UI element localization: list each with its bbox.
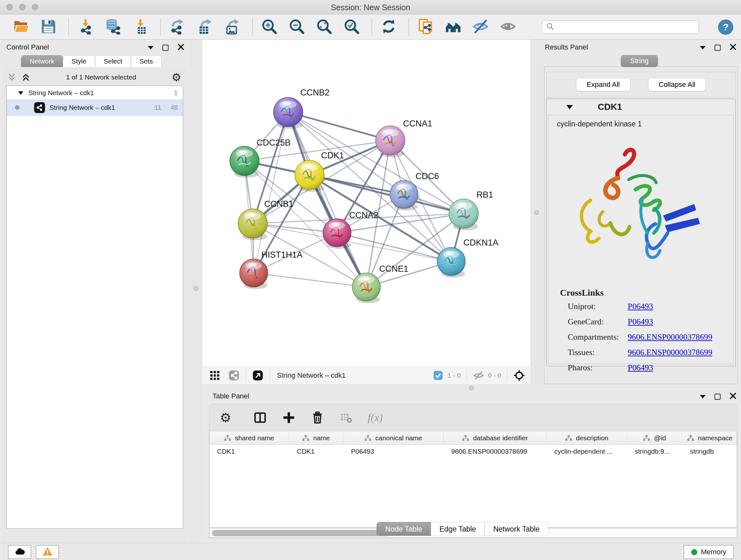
- network-edge[interactable]: [288, 112, 366, 287]
- crosslink-genecard-link[interactable]: P06493: [628, 317, 653, 327]
- search-field[interactable]: [542, 20, 699, 34]
- show-hidden-button[interactable]: [498, 17, 518, 37]
- cell-namespace[interactable]: stringdb: [682, 445, 737, 458]
- export-image-button[interactable]: [223, 17, 242, 37]
- panel-float-icon[interactable]: [715, 394, 721, 400]
- birdseye-crosshair-icon[interactable]: [513, 369, 525, 381]
- column-header-id[interactable]: @id: [627, 431, 682, 444]
- detach-view-icon[interactable]: [252, 369, 264, 381]
- warnings-button[interactable]: [36, 545, 59, 559]
- column-header-database-identifier[interactable]: database identifier: [444, 431, 547, 444]
- zoom-fit-button[interactable]: [315, 17, 334, 37]
- function-builder-icon[interactable]: f(x): [367, 412, 383, 424]
- section-collapse-icon[interactable]: [566, 105, 573, 109]
- hidden-eye-slash-icon[interactable]: [473, 369, 485, 381]
- panel-close-icon[interactable]: [178, 44, 185, 52]
- copy-style-button[interactable]: [416, 17, 435, 37]
- column-header-shared-name[interactable]: shared name: [209, 431, 289, 444]
- tab-network[interactable]: Network: [21, 55, 63, 67]
- network-node-cdc25b[interactable]: [230, 146, 259, 178]
- import-network-button[interactable]: [76, 17, 95, 37]
- node-table[interactable]: shared name name canonical name database…: [209, 431, 737, 528]
- network-node-cdc6[interactable]: [390, 180, 418, 210]
- panel-float-icon[interactable]: [715, 45, 721, 51]
- cell-database-identifier[interactable]: 9606.ENSP00000378699: [444, 445, 547, 458]
- network-view-share-icon[interactable]: [228, 369, 240, 381]
- add-column-plus-icon[interactable]: [281, 410, 296, 425]
- scrollbar-thumb[interactable]: [212, 530, 391, 537]
- network-canvas[interactable]: CCNB2CCNA1CDC25BCDK1CDC6RB1CCNB1CCNA2CDK…: [202, 42, 530, 367]
- expand-all-button[interactable]: Expand All: [576, 78, 630, 91]
- grid-view-icon[interactable]: [209, 369, 221, 381]
- collection-expand-icon[interactable]: [18, 91, 23, 95]
- collapse-all-button[interactable]: Collapse All: [648, 78, 706, 91]
- network-node-ccna1[interactable]: [376, 126, 405, 157]
- cell-name[interactable]: CDK1: [289, 445, 343, 458]
- splitter-handle[interactable]: [193, 286, 198, 291]
- network-node-hist1h1a[interactable]: [240, 259, 268, 289]
- network-edge[interactable]: [310, 175, 464, 213]
- network-options-gear-icon[interactable]: ⚙: [172, 72, 181, 83]
- column-header-namespace[interactable]: namespace: [682, 431, 737, 444]
- app-store-button[interactable]: [8, 545, 31, 559]
- expand-all-networks-icon[interactable]: [21, 72, 30, 82]
- table-options-gear-icon[interactable]: ⚙: [218, 410, 233, 425]
- crosslink-tissues-link[interactable]: 9606.ENSP00000378699: [628, 348, 712, 357]
- protein-section-header[interactable]: CDK1: [547, 99, 735, 115]
- search-input[interactable]: [557, 23, 698, 31]
- import-network-database-button[interactable]: [104, 17, 123, 37]
- memory-button[interactable]: Memory: [684, 545, 734, 559]
- selected-checkbox-icon[interactable]: [432, 369, 444, 381]
- import-table-button[interactable]: [131, 17, 150, 37]
- crosslink-compartments-link[interactable]: 9606.ENSP00000378699: [628, 332, 712, 342]
- left-splitter[interactable]: [190, 40, 202, 543]
- horizontal-splitter-handle[interactable]: [469, 386, 474, 390]
- network-collection-row[interactable]: String Network – cdk1 1: [7, 86, 183, 99]
- panel-float-icon[interactable]: [162, 45, 169, 51]
- network-node-ccnb1[interactable]: [238, 209, 267, 240]
- open-session-button[interactable]: [11, 17, 30, 37]
- splitter-handle[interactable]: [534, 210, 539, 215]
- delete-column-trash-icon[interactable]: [310, 410, 325, 425]
- network-node-cdk1[interactable]: [295, 160, 324, 192]
- tab-node-table[interactable]: Node Table: [377, 522, 431, 536]
- refresh-button[interactable]: [379, 17, 398, 37]
- save-session-button[interactable]: [39, 17, 58, 37]
- network-edge[interactable]: [254, 273, 366, 287]
- crosslink-pharos-link[interactable]: P06493: [628, 363, 653, 373]
- panel-close-icon[interactable]: [730, 392, 737, 401]
- cell-description[interactable]: cyclin-dependent ...: [547, 445, 627, 458]
- cell-canonical-name[interactable]: P06493: [343, 445, 444, 458]
- export-network-button[interactable]: [168, 17, 187, 37]
- delete-table-icon[interactable]: [339, 410, 354, 425]
- zoom-selected-button[interactable]: [342, 17, 361, 37]
- hide-selected-button[interactable]: [471, 17, 490, 37]
- network-node-ccna2[interactable]: [323, 219, 351, 249]
- network-view[interactable]: CCNB2CCNA1CDC25BCDK1CDC6RB1CCNB1CCNA2CDK…: [202, 40, 530, 384]
- show-columns-icon[interactable]: [253, 410, 267, 425]
- help-button[interactable]: ?: [718, 19, 733, 35]
- network-node-rb1[interactable]: [449, 199, 478, 230]
- zoom-out-button[interactable]: [287, 17, 307, 37]
- column-header-canonical-name[interactable]: canonical name: [343, 431, 444, 444]
- zoom-in-button[interactable]: [260, 17, 279, 37]
- export-table-button[interactable]: [195, 17, 214, 37]
- panel-close-icon[interactable]: [730, 44, 737, 52]
- panel-menu-icon[interactable]: [700, 395, 705, 398]
- tab-string[interactable]: String: [621, 55, 658, 67]
- column-header-name[interactable]: name: [289, 431, 343, 444]
- network-edge[interactable]: [254, 112, 288, 273]
- tab-style[interactable]: Style: [63, 55, 95, 67]
- network-node-cdkn1a[interactable]: [437, 247, 465, 277]
- cell-shared-name[interactable]: CDK1: [209, 445, 289, 458]
- tab-network-table[interactable]: Network Table: [485, 522, 548, 536]
- tab-sets[interactable]: Sets: [131, 55, 161, 67]
- panel-menu-icon[interactable]: [148, 46, 153, 50]
- cell-id[interactable]: stringdb:9...: [627, 445, 682, 458]
- houses-button[interactable]: [444, 17, 463, 37]
- tab-select[interactable]: Select: [95, 55, 131, 67]
- panel-menu-icon[interactable]: [700, 46, 705, 50]
- right-splitter[interactable]: [530, 40, 543, 384]
- collapse-all-networks-icon[interactable]: [7, 72, 17, 82]
- network-node-ccne1[interactable]: [352, 273, 381, 303]
